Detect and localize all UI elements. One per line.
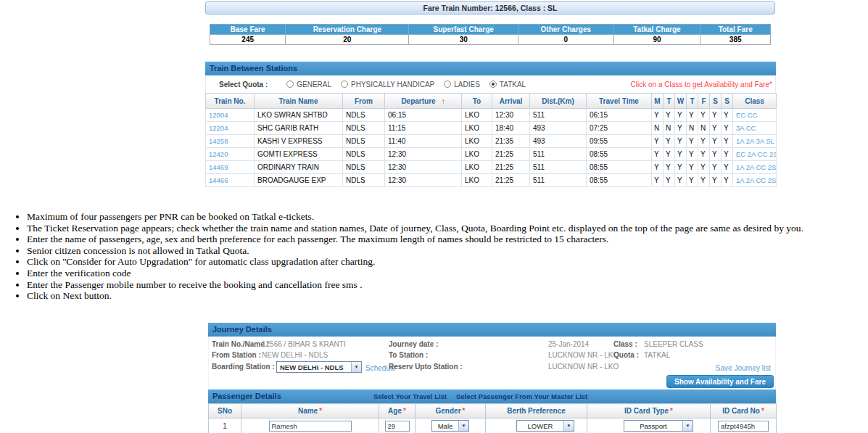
class-link[interactable]: EC CC	[736, 111, 758, 119]
dropdown-arrow-icon[interactable]: ▼	[563, 421, 574, 431]
col-header-age-label: Age	[388, 407, 402, 415]
passenger-name-cell	[241, 418, 379, 433]
train-cell: Y	[675, 161, 687, 174]
train-no-name-value: 12566 / BIHAR S KRANTI	[262, 340, 346, 348]
show-availability-and-fare-button[interactable]: Show Availability and Fare	[666, 375, 774, 388]
save-journey-list-link[interactable]: Save Journey list	[716, 364, 771, 372]
radio-icon[interactable]	[489, 81, 497, 88]
radio-icon[interactable]	[341, 81, 348, 88]
train-cell: 21:35	[492, 135, 530, 148]
quota-label: Quota :	[613, 351, 639, 359]
col-header-arrival[interactable]: Arrival	[492, 94, 530, 109]
col-header-train-name[interactable]: Train Name	[255, 94, 343, 109]
train-cell: Y	[652, 148, 664, 161]
train-no-link[interactable]: 14466	[209, 176, 228, 184]
train-no-link[interactable]: 14469	[209, 163, 228, 171]
class-link[interactable]: 1A 2A 3A SL	[736, 137, 774, 145]
class-link[interactable]: 3A CC	[736, 124, 756, 132]
train-cell: 12:30	[492, 109, 530, 122]
boarding-station-select[interactable]: NEW DELHI - NDLS ▼	[276, 361, 362, 373]
col-header-thursday: T	[687, 94, 698, 109]
train-cell: 21:25	[492, 148, 530, 161]
gender-select[interactable]: Male ▼	[431, 420, 469, 432]
class-link[interactable]: 1A 2A CC 2S	[736, 176, 776, 184]
col-header-departure[interactable]: Departure↑	[385, 94, 462, 109]
fare-value-row: 245 20 30 0 90 385	[210, 35, 771, 45]
train-cell: 12:30	[385, 148, 462, 161]
col-header-distance[interactable]: Dist.(Km)	[530, 94, 587, 109]
train-row: 14469ORDINARY TRAINNDLS12:30LKO21:255110…	[206, 161, 777, 174]
quota-radio-tatkal[interactable]: TATKAL	[489, 81, 526, 88]
radio-icon[interactable]	[444, 81, 451, 88]
col-header-sno-label: SNo	[218, 407, 232, 415]
boarding-station-label: Boarding Station :	[212, 363, 275, 371]
train-no-cell: 12420	[206, 148, 255, 161]
select-master-list-link[interactable]: Select Passenger From Your Master List	[456, 389, 587, 403]
passenger-age-input[interactable]	[385, 421, 410, 432]
train-cell: Y	[687, 109, 698, 122]
radio-icon[interactable]	[286, 81, 294, 88]
col-header-saturday: S	[710, 94, 722, 109]
col-header-train-no[interactable]: Train No.	[206, 94, 255, 109]
required-marker: *	[463, 407, 466, 415]
id-card-type-select[interactable]: Passport ▼	[624, 420, 693, 432]
instruction-item: The Ticket Reservation page appears; che…	[27, 223, 864, 234]
train-cell: Y	[652, 161, 664, 174]
train-cell: Y	[710, 122, 722, 135]
reserv-upto-station-label: Reserv Upto Station :	[389, 363, 463, 371]
dropdown-arrow-icon[interactable]: ▼	[682, 421, 693, 431]
train-cell: N	[687, 122, 698, 135]
quota-radio-general[interactable]: GENERAL	[286, 81, 331, 88]
train-cell: 12:30	[385, 174, 462, 187]
train-cell: GOMTI EXPRESS	[255, 148, 343, 161]
quota-radio-physically-handicap[interactable]: PHYSICALLY HANDICAP	[341, 81, 434, 88]
passenger-details-header-bar: Passenger Details Select Your Travel Lis…	[208, 389, 776, 403]
col-header-id-no-label: ID Card No	[722, 407, 760, 415]
train-cell: LKO	[462, 122, 492, 135]
journey-details-header-bar: Journey Details	[208, 323, 776, 337]
train-no-link[interactable]: 12204	[209, 124, 228, 132]
dropdown-arrow-icon[interactable]: ▼	[351, 362, 361, 372]
journey-details-content: Train No./Name : 12566 / BIHAR S KRANTI …	[208, 337, 776, 389]
train-cell: Y	[710, 148, 722, 161]
journey-details-section: Journey Details Train No./Name : 12566 /…	[208, 323, 776, 389]
class-cell: 1A 2A CC 2S	[733, 174, 777, 187]
col-header-to[interactable]: To	[462, 94, 492, 109]
boarding-station-select-value: NEW DELHI - NDLS	[277, 363, 351, 371]
class-link[interactable]: 1A 2A CC 2S	[736, 163, 776, 171]
train-cell: NDLS	[343, 122, 385, 135]
train-cell: LKO	[462, 174, 492, 187]
train-no-link[interactable]: 12004	[209, 111, 228, 119]
train-cell: LKO	[462, 109, 492, 122]
train-table-header-row: Train No. Train Name From Departure↑ To …	[206, 94, 777, 109]
class-link[interactable]: EC 2A CC 2S	[736, 150, 777, 158]
instruction-item: Enter the verification code	[27, 268, 864, 279]
train-cell: Y	[687, 174, 698, 187]
col-header-from[interactable]: From	[343, 94, 385, 109]
train-cell: 08:55	[587, 161, 652, 174]
passenger-name-input[interactable]	[269, 421, 352, 432]
quota-radio-ladies[interactable]: LADIES	[444, 81, 480, 88]
instruction-item: Enter the Passenger mobile number to rec…	[27, 279, 864, 291]
train-cell: Y	[698, 148, 710, 161]
fare-value-tatkal: 90	[613, 35, 700, 45]
train-cell: 12:30	[385, 161, 462, 174]
col-header-travel-time[interactable]: Travel Time	[587, 94, 652, 109]
select-travel-list-link[interactable]: Select Your Travel List	[373, 389, 447, 403]
train-between-stations-header-bar: Train Between Stations	[205, 62, 776, 75]
journey-date-label: Journey date :	[389, 340, 438, 348]
class-label: Class :	[613, 340, 637, 348]
train-row: 12420GOMTI EXPRESSNDLS12:30LKO21:2551108…	[206, 148, 777, 161]
train-cell: Y	[722, 148, 733, 161]
dropdown-arrow-icon[interactable]: ▼	[458, 421, 468, 431]
train-cell: 06:15	[385, 109, 462, 122]
train-cell: 21:25	[492, 174, 530, 187]
fare-header-superfast: Superfast Charge	[409, 25, 518, 35]
train-cell: 08:55	[587, 148, 652, 161]
passenger-id-no-input[interactable]	[718, 421, 769, 432]
train-cell: Y	[722, 161, 733, 174]
sort-ascending-icon[interactable]: ↑	[442, 97, 445, 105]
berth-preference-select[interactable]: LOWER ▼	[516, 420, 574, 432]
train-no-link[interactable]: 14258	[209, 137, 228, 145]
train-no-link[interactable]: 12420	[209, 150, 228, 158]
